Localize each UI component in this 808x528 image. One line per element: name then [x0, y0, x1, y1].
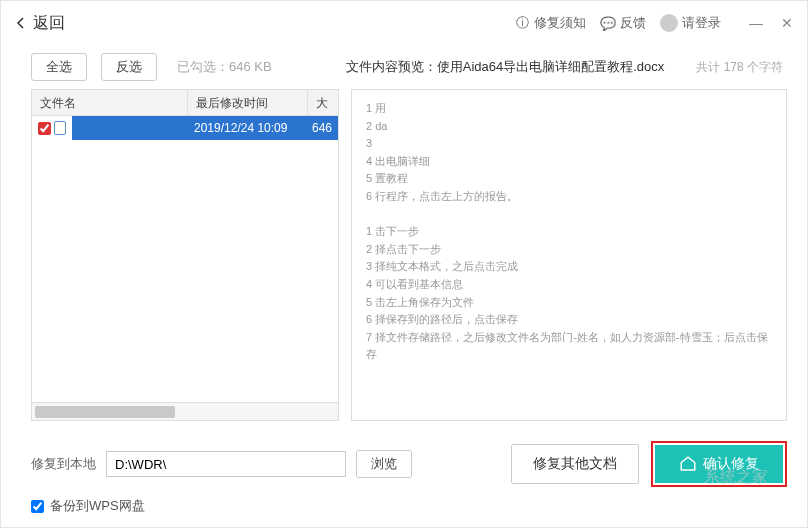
main-area: 文件名 最后修改时间 大 2019/12/24 10:09 646	[1, 89, 807, 429]
preview-label: 文件内容预览：使用Aida64导出电脑详细配置教程.docx	[346, 58, 665, 76]
backup-row: 备份到WPS网盘	[31, 497, 787, 515]
row-checkbox[interactable]	[38, 122, 51, 135]
login-link[interactable]: 请登录	[660, 14, 721, 32]
path-input[interactable]	[106, 451, 346, 477]
selected-info: 已勾选：646 KB	[177, 58, 272, 76]
avatar-icon	[660, 14, 678, 32]
back-button[interactable]: 返回	[15, 13, 65, 34]
titlebar-right: ⓘ 修复须知 💬 反馈 请登录 — ✕	[514, 14, 793, 32]
action-buttons: 修复其他文档 确认修复	[511, 441, 787, 487]
path-row: 修复到本地 浏览 修复其他文档 确认修复	[31, 441, 787, 487]
table-row[interactable]: 2019/12/24 10:09 646	[32, 116, 338, 140]
backup-checkbox[interactable]	[31, 500, 44, 513]
row-mtime: 2019/12/24 10:09	[188, 121, 308, 135]
path-label: 修复到本地	[31, 455, 96, 473]
char-count: 共计 178 个字符	[696, 59, 783, 76]
window-controls: — ✕	[749, 15, 793, 31]
preview-text: 1 用 2 da 3 4 出电脑详细 5 置教程 6 行程序，点击左上方的报告。…	[366, 100, 772, 364]
col-mtime[interactable]: 最后修改时间	[188, 90, 308, 115]
preview-panel: 1 用 2 da 3 4 出电脑详细 5 置教程 6 行程序，点击左上方的报告。…	[351, 89, 787, 421]
file-table-header: 文件名 最后修改时间 大	[32, 90, 338, 116]
titlebar: 返回 ⓘ 修复须知 💬 反馈 请登录 — ✕	[1, 1, 807, 45]
confirm-label: 确认修复	[703, 455, 759, 473]
backup-label: 备份到WPS网盘	[50, 497, 145, 515]
invert-select-button[interactable]: 反选	[101, 53, 157, 81]
document-icon	[54, 121, 66, 135]
repair-notice-label: 修复须知	[534, 14, 586, 32]
chat-icon: 💬	[600, 15, 616, 31]
col-filename[interactable]: 文件名	[32, 90, 188, 115]
close-button[interactable]: ✕	[781, 15, 793, 31]
bottom-bar: 修复到本地 浏览 修复其他文档 确认修复 备份到WPS网盘	[1, 429, 807, 527]
col-size[interactable]: 大	[308, 90, 338, 115]
file-list[interactable]: 2019/12/24 10:09 646	[32, 116, 338, 402]
confirm-repair-button[interactable]: 确认修复	[655, 445, 783, 483]
chevron-left-icon	[15, 16, 25, 30]
feedback-link[interactable]: 💬 反馈	[600, 14, 646, 32]
minimize-button[interactable]: —	[749, 15, 763, 31]
repair-notice-link[interactable]: ⓘ 修复须知	[514, 14, 586, 32]
browse-button[interactable]: 浏览	[356, 450, 412, 478]
feedback-label: 反馈	[620, 14, 646, 32]
confirm-highlight: 确认修复	[651, 441, 787, 487]
scrollbar-thumb[interactable]	[35, 406, 175, 418]
login-label: 请登录	[682, 14, 721, 32]
info-icon: ⓘ	[514, 15, 530, 31]
back-label: 返回	[33, 13, 65, 34]
toolbar: 全选 反选 已勾选：646 KB 文件内容预览：使用Aida64导出电脑详细配置…	[1, 45, 807, 89]
home-icon	[679, 455, 697, 473]
file-panel: 文件名 最后修改时间 大 2019/12/24 10:09 646	[31, 89, 339, 421]
select-all-button[interactable]: 全选	[31, 53, 87, 81]
horizontal-scrollbar[interactable]	[32, 402, 338, 420]
row-size: 646	[308, 121, 338, 135]
row-checkbox-cell	[32, 116, 72, 140]
app-window: 返回 ⓘ 修复须知 💬 反馈 请登录 — ✕ 全选 反选 已勾选：646 KB	[0, 0, 808, 528]
repair-other-button[interactable]: 修复其他文档	[511, 444, 639, 484]
